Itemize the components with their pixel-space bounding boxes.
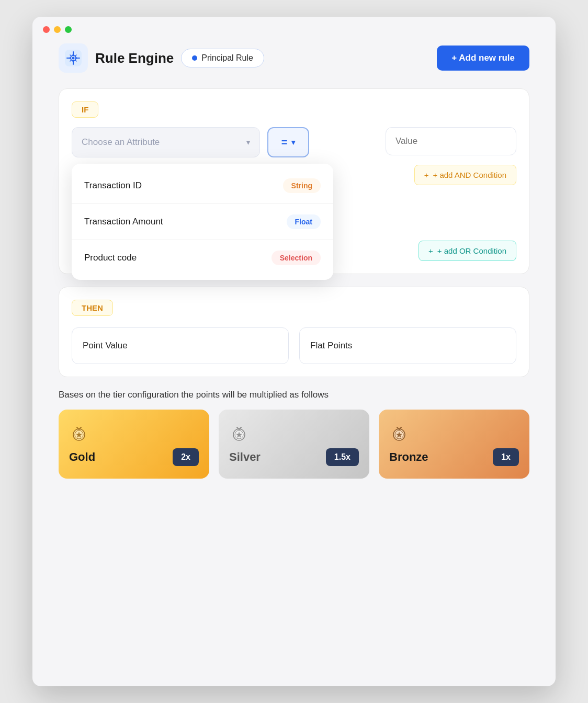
attribute-dropdown[interactable]: Choose an Attribute ▾	[72, 127, 260, 157]
item-name-product-code: Product code	[84, 253, 137, 263]
logo-box	[59, 43, 88, 73]
then-box-point-value: Point Value	[72, 327, 289, 364]
principal-dot	[192, 55, 197, 61]
tier-section: Bases on the tier configuration the poin…	[59, 390, 529, 479]
type-badge-string: String	[283, 178, 321, 193]
silver-tier-name: Silver	[229, 450, 261, 464]
maximize-dot[interactable]	[65, 26, 72, 33]
conditions-right: + + add AND Condition + + add OR Conditi…	[316, 127, 516, 261]
titlebar	[32, 17, 556, 38]
operator-button[interactable]: = ▾	[267, 127, 309, 157]
operator-chevron-icon: ▾	[291, 138, 295, 146]
attribute-placeholder: Choose an Attribute	[82, 137, 160, 148]
then-section-card: THEN Point Value Flat Points	[59, 287, 529, 377]
principal-rule-label: Principal Rule	[201, 53, 253, 63]
bronze-medal-icon	[389, 422, 409, 444]
app-window: Rule Engine Principal Rule + Add new rul…	[32, 17, 556, 686]
close-dot[interactable]	[43, 26, 50, 33]
header-left: Rule Engine Principal Rule	[59, 43, 264, 73]
type-badge-selection: Selection	[272, 251, 321, 265]
gold-tier-name: Gold	[69, 450, 95, 464]
svg-point-2	[72, 57, 75, 60]
plus-or-icon: +	[428, 246, 433, 255]
type-badge-float: Float	[287, 214, 321, 229]
tier-card-silver: Silver 1.5x	[219, 410, 369, 479]
silver-medal-icon	[229, 422, 249, 444]
equals-icon: =	[281, 137, 288, 149]
bronze-multiplier: 1x	[493, 448, 519, 466]
value-input[interactable]	[386, 127, 516, 155]
gold-medal-icon	[69, 422, 89, 444]
item-name-transaction-amount: Transaction Amount	[84, 217, 163, 227]
principal-rule-badge[interactable]: Principal Rule	[181, 49, 264, 67]
rule-engine-icon	[65, 50, 82, 66]
attribute-dropdown-menu: Transaction ID String Transaction Amount…	[72, 164, 333, 280]
if-section-card: IF Choose an Attribute ▾ Transaction ID …	[59, 88, 529, 274]
item-name-transaction-id: Transaction ID	[84, 180, 142, 191]
header: Rule Engine Principal Rule + Add new rul…	[59, 43, 529, 73]
app-title: Rule Engine	[95, 50, 174, 66]
tier-description: Bases on the tier configuration the poin…	[59, 390, 529, 400]
then-row: Point Value Flat Points	[72, 327, 516, 364]
if-tag: IF	[72, 101, 98, 118]
chevron-down-icon: ▾	[246, 138, 250, 146]
main-content: Rule Engine Principal Rule + Add new rul…	[32, 38, 556, 500]
plus-and-icon: +	[424, 171, 429, 179]
tier-cards: Gold 2x Silver 1.5x	[59, 410, 529, 479]
tier-card-bronze: Bronze 1x	[379, 410, 529, 479]
tier-card-gold: Gold 2x	[59, 410, 209, 479]
gold-multiplier: 2x	[173, 448, 199, 466]
dropdown-item-product-code[interactable]: Product code Selection	[72, 240, 333, 276]
minimize-dot[interactable]	[54, 26, 61, 33]
then-tag: THEN	[72, 300, 113, 316]
add-rule-button[interactable]: + Add new rule	[437, 46, 529, 71]
add-and-condition-button[interactable]: + + add AND Condition	[414, 165, 516, 185]
add-or-condition-button[interactable]: + + add OR Condition	[419, 241, 516, 261]
dropdown-item-transaction-id[interactable]: Transaction ID String	[72, 168, 333, 204]
then-box-flat-points: Flat Points	[299, 327, 516, 364]
dropdown-item-transaction-amount[interactable]: Transaction Amount Float	[72, 204, 333, 240]
bronze-tier-name: Bronze	[389, 450, 428, 464]
attribute-dropdown-wrapper: Choose an Attribute ▾ Transaction ID Str…	[72, 127, 260, 157]
silver-multiplier: 1.5x	[326, 448, 359, 466]
